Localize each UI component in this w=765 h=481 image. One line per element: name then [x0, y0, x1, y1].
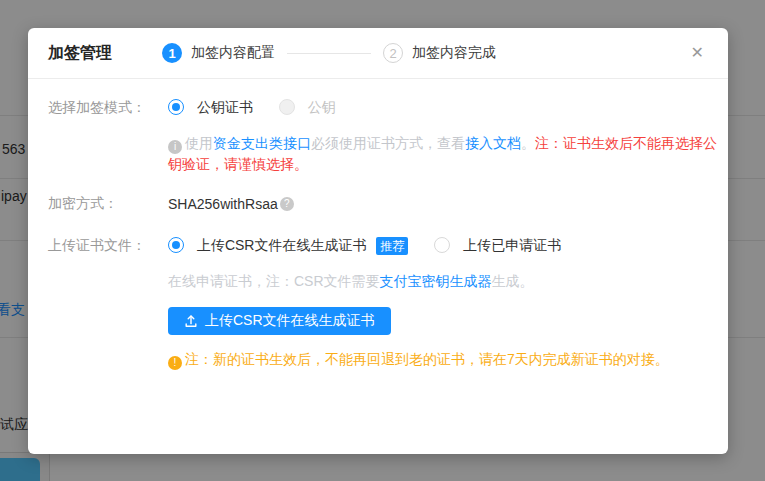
radio-csr-label[interactable]: 上传CSR文件在线生成证书: [197, 237, 367, 253]
radio-option-csr[interactable]: 上传CSR文件在线生成证书 推荐: [168, 237, 408, 255]
note-mid: 必须使用证书方式，查看: [311, 135, 465, 151]
radio-unchecked-icon[interactable]: [434, 237, 450, 253]
radio-option-cert[interactable]: 公钥证书: [168, 99, 253, 117]
upload-csr-button[interactable]: 上传CSR文件在线生成证书: [168, 307, 391, 335]
encrypt-method-value: SHA256withRsaa: [168, 196, 278, 212]
recommended-badge: 推荐: [376, 237, 408, 255]
rollback-warning: !注：新的证书生效后，不能再回退到老的证书，请在7天内完成新证书的对接。: [168, 351, 704, 370]
rollback-warning-text: 注：新的证书生效后，不能再回退到老的证书，请在7天内完成新证书的对接。: [185, 351, 669, 367]
step-1-label: 加签内容配置: [191, 44, 275, 62]
warning-icon: !: [168, 356, 182, 370]
sign-management-dialog: 加签管理 1 加签内容配置 2 加签内容完成 ✕ 选择加签模式： 公钥证书 公钥: [28, 28, 728, 454]
step-2-label: 加签内容完成: [412, 44, 496, 62]
step-indicator: 1 加签内容配置 2 加签内容完成: [162, 43, 496, 63]
step-1-number-icon: 1: [162, 43, 182, 63]
hint-pre: 在线申请证书，注：CSR文件需要: [168, 273, 380, 289]
radio-option-pubkey: 公钥: [279, 99, 336, 117]
dialog-body: 选择加签模式： 公钥证书 公钥 i使用资金支出类接口必须使用证书方式，查看接入文…: [28, 79, 728, 370]
radio-disabled-icon: [279, 99, 295, 115]
step-connector: [287, 53, 371, 54]
cert-mode-note: i使用资金支出类接口必须使用证书方式，查看接入文档。注：证书生效后不能再选择公钥…: [168, 133, 728, 175]
dialog-title: 加签管理: [48, 43, 112, 64]
step-2: 2 加签内容完成: [383, 43, 496, 63]
step-2-number-icon: 2: [383, 43, 403, 63]
radio-pubkey-label: 公钥: [308, 99, 336, 115]
sign-mode-label: 选择加签模式：: [48, 99, 168, 117]
funds-api-link[interactable]: 资金支出类接口: [213, 135, 311, 151]
radio-checked-icon[interactable]: [168, 237, 184, 253]
csr-hint: 在线申请证书，注：CSR文件需要支付宝密钥生成器生成。: [168, 273, 704, 291]
help-icon[interactable]: ?: [280, 197, 294, 211]
step-1: 1 加签内容配置: [162, 43, 275, 63]
upload-icon: [184, 314, 198, 328]
radio-option-applied[interactable]: 上传已申请证书: [434, 237, 561, 255]
hint-post: 生成。: [492, 273, 534, 289]
upload-button-label: 上传CSR文件在线生成证书: [205, 312, 375, 330]
dialog-header: 加签管理 1 加签内容配置 2 加签内容完成 ✕: [28, 28, 728, 79]
info-icon: i: [168, 140, 182, 154]
radio-cert-label[interactable]: 公钥证书: [197, 99, 253, 115]
radio-applied-label[interactable]: 上传已申请证书: [463, 237, 561, 253]
keygen-tool-link[interactable]: 支付宝密钥生成器: [380, 273, 492, 289]
radio-checked-icon[interactable]: [168, 99, 184, 115]
upload-cert-row: 上传证书文件： 上传CSR文件在线生成证书 推荐 上传已申请证书: [48, 237, 704, 255]
close-icon[interactable]: ✕: [687, 41, 708, 65]
note-prefix: 使用: [185, 135, 213, 151]
access-doc-link[interactable]: 接入文档: [465, 135, 521, 151]
sign-mode-row: 选择加签模式： 公钥证书 公钥: [48, 99, 704, 117]
upload-cert-label: 上传证书文件：: [48, 237, 168, 255]
encrypt-method-row: 加密方式： SHA256withRsaa ?: [48, 195, 704, 213]
note-period: 。: [521, 135, 535, 151]
encrypt-method-label: 加密方式：: [48, 195, 168, 213]
